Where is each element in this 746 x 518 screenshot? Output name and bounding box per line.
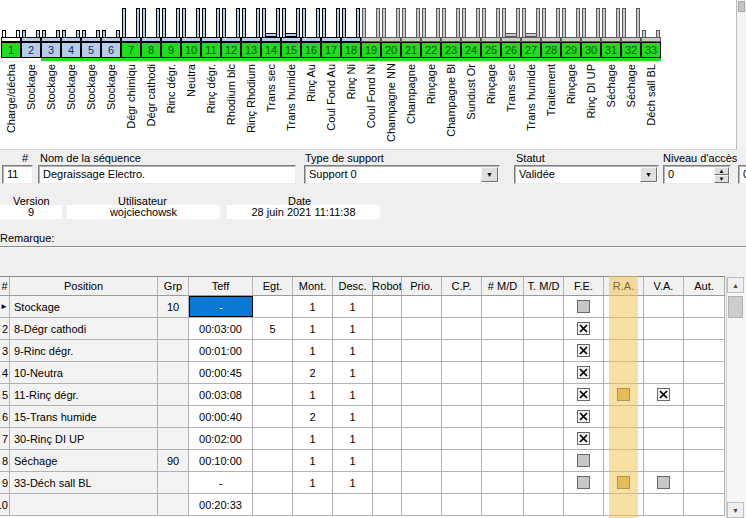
cell-robot-row-5[interactable]: [373, 384, 402, 405]
cell-prio-row-7[interactable]: [402, 428, 442, 449]
scroll-up-icon[interactable]: ▲: [727, 277, 744, 293]
table-row-10[interactable]: 1000:20:33: [0, 494, 725, 516]
cut-right-field[interactable]: 0: [738, 165, 746, 184]
cell-teff-row-4[interactable]: 00:00:45: [189, 362, 253, 383]
station-28-number[interactable]: 28: [541, 42, 561, 58]
column-header--m-d[interactable]: # M/D: [482, 277, 524, 295]
cell-prio-row-1[interactable]: [402, 296, 442, 317]
column-header-r-a-[interactable]: R.A.: [604, 277, 644, 295]
cell-md-row-6[interactable]: [482, 406, 524, 427]
cell-prio-row-9[interactable]: [402, 472, 442, 493]
cell-aut-row-8[interactable]: [684, 450, 725, 471]
cell-va-row-8[interactable]: [644, 450, 684, 471]
cell-md-row-7[interactable]: [482, 428, 524, 449]
ra-checkbox-row-9[interactable]: [617, 476, 630, 489]
station-4[interactable]: 4Stockage: [61, 0, 81, 148]
cell-fe-row-2[interactable]: [564, 318, 604, 339]
column-header-mont-[interactable]: Mont.: [293, 277, 333, 295]
cell-md-row-5[interactable]: [482, 384, 524, 405]
cell-ra-row-4[interactable]: [604, 362, 644, 383]
cell-desc-row-8[interactable]: 1: [333, 450, 373, 471]
cell-va-row-3[interactable]: [644, 340, 684, 361]
station-1-number[interactable]: 1: [1, 42, 21, 58]
table-row-8[interactable]: 8Séchage9000:10:0011: [0, 450, 725, 472]
cell-grp-row-4[interactable]: [158, 362, 189, 383]
cell-prio-row-8[interactable]: [402, 450, 442, 471]
cell-fe-row-10[interactable]: [564, 494, 604, 515]
cell-tmd-row-4[interactable]: [524, 362, 564, 383]
cell-num-row-4[interactable]: 4: [0, 362, 10, 383]
column-header--[interactable]: #: [0, 277, 10, 295]
station-32[interactable]: 32Séchage: [621, 0, 641, 148]
table-scrollbar-thumb[interactable]: [728, 296, 743, 318]
va-checkbox-row-9[interactable]: [657, 476, 670, 489]
station-22-number[interactable]: 22: [421, 42, 441, 58]
cell-aut-row-3[interactable]: [684, 340, 725, 361]
cell-desc-row-1[interactable]: 1: [333, 296, 373, 317]
station-26[interactable]: 26Trans sec: [501, 0, 521, 148]
cell-ra-row-2[interactable]: [604, 318, 644, 339]
station-24-number[interactable]: 24: [461, 42, 481, 58]
diagram-scrollbar-thumb[interactable]: [738, 1, 745, 12]
status-dropdown[interactable]: Validée ▼: [514, 165, 659, 184]
cell-cp-row-6[interactable]: [442, 406, 482, 427]
station-20-number[interactable]: 20: [381, 42, 401, 58]
cell-robot-row-9[interactable]: [373, 472, 402, 493]
cell-mont-row-2[interactable]: 1: [293, 318, 333, 339]
cell-desc-row-5[interactable]: 1: [333, 384, 373, 405]
cell-tmd-row-7[interactable]: [524, 428, 564, 449]
station-1[interactable]: 1Charge/décha: [1, 0, 21, 148]
seq-number-field[interactable]: 11: [2, 165, 33, 184]
cell-md-row-9[interactable]: [482, 472, 524, 493]
cell-prio-row-4[interactable]: [402, 362, 442, 383]
station-17[interactable]: 17Coul Fond Au: [321, 0, 341, 148]
cell-tmd-row-8[interactable]: [524, 450, 564, 471]
table-row-7[interactable]: 730-Rinç DI UP00:02:0011: [0, 428, 725, 450]
cell-egt-row-6[interactable]: [253, 406, 293, 427]
cell-desc-row-3[interactable]: 1: [333, 340, 373, 361]
cell-tmd-row-9[interactable]: [524, 472, 564, 493]
support-type-dropdown[interactable]: Support 0 ▼: [304, 165, 500, 184]
table-row-5[interactable]: 511-Rinç dégr.00:03:0811: [0, 384, 725, 406]
table-scrollbar[interactable]: ▲ ▼: [726, 277, 745, 518]
cell-position-row-5[interactable]: 11-Rinç dégr.: [10, 384, 158, 405]
fe-checkbox-row-9[interactable]: [577, 476, 590, 489]
cell-egt-row-1[interactable]: [253, 296, 293, 317]
cell-num-row-9[interactable]: 9: [0, 472, 10, 493]
cell-aut-row-10[interactable]: [684, 494, 725, 515]
cell-robot-row-8[interactable]: [373, 450, 402, 471]
cell-va-row-5[interactable]: [644, 384, 684, 405]
cell-ra-row-7[interactable]: [604, 428, 644, 449]
station-26-number[interactable]: 26: [501, 42, 521, 58]
cell-teff-row-5[interactable]: 00:03:08: [189, 384, 253, 405]
cell-mont-row-6[interactable]: 2: [293, 406, 333, 427]
column-header-c-p-[interactable]: C.P.: [442, 277, 482, 295]
cell-cp-row-9[interactable]: [442, 472, 482, 493]
cell-aut-row-5[interactable]: [684, 384, 725, 405]
cell-position-row-6[interactable]: 15-Trans humide: [10, 406, 158, 427]
cell-ra-row-5[interactable]: [604, 384, 644, 405]
cell-grp-row-1[interactable]: 10: [158, 296, 189, 317]
column-header-desc-[interactable]: Desc.: [333, 277, 373, 295]
cell-num-row-10[interactable]: 10: [0, 494, 10, 515]
cell-prio-row-10[interactable]: [402, 494, 442, 515]
station-3-number[interactable]: 3: [41, 42, 61, 58]
station-10-number[interactable]: 10: [181, 42, 201, 58]
cell-position-row-4[interactable]: 10-Neutra: [10, 362, 158, 383]
cell-aut-row-4[interactable]: [684, 362, 725, 383]
column-header-grp[interactable]: Grp: [158, 277, 189, 295]
cell-grp-row-7[interactable]: [158, 428, 189, 449]
cell-egt-row-9[interactable]: [253, 472, 293, 493]
table-row-6[interactable]: 615-Trans humide00:00:4021: [0, 406, 725, 428]
station-3[interactable]: 3Stockage: [41, 0, 61, 148]
station-9[interactable]: 9Rinc dégr.: [161, 0, 181, 148]
cell-va-row-2[interactable]: [644, 318, 684, 339]
station-8-number[interactable]: 8: [141, 42, 161, 58]
cell-mont-row-7[interactable]: 1: [293, 428, 333, 449]
cell-va-row-6[interactable]: [644, 406, 684, 427]
cell-mont-row-9[interactable]: 1: [293, 472, 333, 493]
cell-robot-row-1[interactable]: [373, 296, 402, 317]
cell-egt-row-7[interactable]: [253, 428, 293, 449]
diagram-scrollbar[interactable]: [738, 0, 746, 149]
cell-mont-row-1[interactable]: 1: [293, 296, 333, 317]
